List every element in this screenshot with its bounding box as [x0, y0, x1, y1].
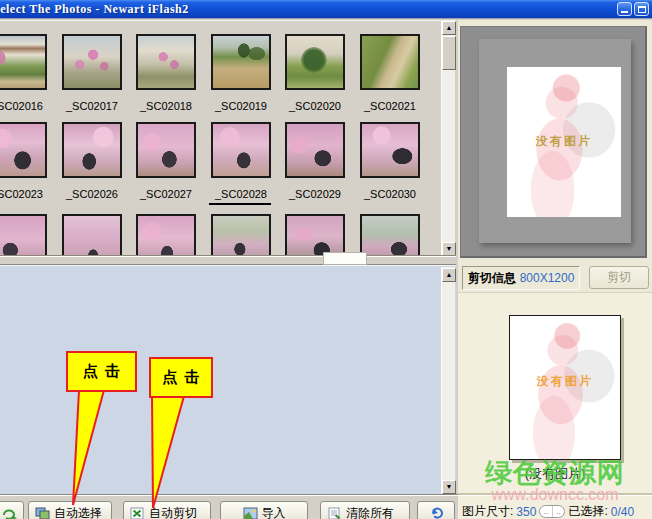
photo-thumbnail[interactable] — [136, 214, 196, 255]
clear-icon — [327, 507, 342, 519]
photo-image[interactable] — [360, 34, 420, 90]
photo-image[interactable] — [211, 34, 271, 90]
photo-image[interactable] — [211, 214, 271, 255]
no-image-text: 没有图片 — [510, 373, 620, 390]
import-label: 导入 — [262, 505, 286, 519]
no-image-text: 没有图片 — [507, 133, 621, 150]
photo-thumbnail[interactable]: _SC02016 — [0, 34, 47, 112]
photo-image[interactable] — [136, 122, 196, 178]
photo-image[interactable] — [136, 34, 196, 90]
photo-thumbnail[interactable]: _SC02018 — [136, 34, 196, 112]
clear-all-button[interactable]: 清除所有 — [320, 501, 410, 519]
photo-image[interactable] — [285, 34, 345, 90]
photo-thumbnail[interactable]: _SC02019 — [211, 34, 271, 112]
photo-thumbnail[interactable]: _SC02029 — [285, 122, 345, 200]
photo-thumbnail-selected[interactable]: _SC02028 — [211, 122, 271, 200]
grid-scrollbar[interactable]: ▲ ▼ — [441, 21, 455, 255]
image-size-label: 图片尺寸: — [462, 503, 513, 519]
photo-thumbnail[interactable]: _SC02020 — [285, 34, 345, 112]
status-row: 图片尺寸: 350 ‥‥ 已选择: 0/40 — [462, 503, 652, 519]
crop-button[interactable]: 剪切 — [589, 266, 649, 289]
photo-thumbnail[interactable]: _SC02026 — [62, 122, 122, 200]
maximize-button[interactable] — [634, 2, 649, 16]
crop-info-row: 剪切信息 800X1200 剪切 — [458, 264, 652, 292]
photo-grid: _SC02016 _SC02017 _SC02018 _SC02019 _SC0… — [0, 20, 456, 255]
photo-label: _SC02030 — [360, 188, 420, 200]
auto-select-button[interactable]: 自动选择 — [28, 501, 112, 519]
photo-label: _SC02029 — [285, 188, 345, 200]
photo-image[interactable] — [0, 122, 47, 178]
selected-label: 已选择: — [568, 503, 607, 519]
spinner-left[interactable]: ‥ — [540, 506, 553, 517]
bottom-preview-card: 没有图片 — [509, 315, 621, 460]
photo-stack-icon — [35, 507, 50, 519]
scroll-down-button[interactable]: ▼ — [442, 242, 456, 255]
size-spinner[interactable]: ‥‥ — [539, 505, 565, 518]
photo-thumbnail[interactable] — [62, 214, 122, 255]
maximize-icon — [638, 6, 646, 13]
top-preview-area: 没有图片 — [460, 26, 647, 258]
window-title: Select The Photos - Newart iFlash2 — [0, 2, 189, 17]
photo-image[interactable] — [62, 34, 122, 90]
scrollbar-thumb[interactable] — [442, 36, 456, 70]
photo-label: _SC02028 — [211, 188, 271, 200]
photo-label: _SC02026 — [62, 188, 122, 200]
top-preview-card: 没有图片 — [507, 67, 621, 217]
picture-icon — [243, 507, 258, 519]
minimize-button[interactable] — [617, 2, 632, 16]
image-size-value: 350 — [516, 505, 536, 519]
panel-scrollbar[interactable]: ▲ ▼ — [441, 267, 455, 495]
photo-thumbnail[interactable]: _SC02017 — [62, 34, 122, 112]
selected-count: 0/40 — [611, 505, 634, 519]
scroll-down-button[interactable]: ▼ — [442, 480, 456, 494]
photo-label: _SC02027 — [136, 188, 196, 200]
auto-crop-button[interactable]: 自动剪切 — [123, 501, 211, 519]
photo-thumbnail[interactable] — [360, 214, 420, 255]
clear-all-label: 清除所有 — [346, 505, 394, 519]
photo-image[interactable] — [0, 214, 47, 255]
photo-label: _SC02016 — [0, 100, 47, 112]
photo-image[interactable] — [211, 122, 271, 178]
photo-image[interactable] — [360, 214, 420, 255]
horizontal-splitter[interactable] — [0, 255, 456, 265]
import-button[interactable]: 导入 — [220, 501, 308, 519]
undo-arrow-icon — [428, 506, 444, 519]
photo-thumbnail[interactable]: _SC02021 — [360, 34, 420, 112]
scroll-up-button[interactable]: ▲ — [442, 268, 456, 282]
photo-label: _SC02020 — [285, 100, 345, 112]
photo-thumbnail[interactable] — [0, 214, 47, 255]
photo-thumbnail[interactable] — [211, 214, 271, 255]
photo-thumbnail[interactable]: _SC02030 — [360, 122, 420, 200]
photo-image[interactable] — [62, 122, 122, 178]
preview-caption: (没有图片) — [458, 465, 652, 483]
crop-info-box: 剪切信息 800X1200 — [462, 266, 580, 290]
photo-thumbnail[interactable]: _SC02023 — [0, 122, 47, 200]
preview-pane: 没有图片 剪切信息 800X1200 剪切 没有图片 (没有图片) 图片尺寸: … — [458, 20, 652, 519]
photo-label: _SC02018 — [136, 100, 196, 112]
photo-image[interactable] — [285, 214, 345, 255]
app-window: Select The Photos - Newart iFlash2 _SC02… — [0, 0, 652, 519]
photo-image[interactable] — [136, 214, 196, 255]
crop-size-value: 800X1200 — [520, 271, 575, 285]
photo-image[interactable] — [360, 122, 420, 178]
callout-click-1: 点击 — [66, 351, 137, 392]
photo-label: _SC02017 — [62, 100, 122, 112]
selection-underline — [209, 203, 271, 205]
photo-image[interactable] — [62, 214, 122, 255]
photo-thumbnail[interactable] — [285, 214, 345, 255]
prev-page-button[interactable] — [0, 501, 24, 519]
photo-label: _SC02023 — [0, 188, 47, 200]
crop-info-label: 剪切信息 — [468, 270, 516, 287]
photo-label: _SC02019 — [211, 100, 271, 112]
photo-image[interactable] — [0, 34, 47, 90]
auto-crop-label: 自动剪切 — [149, 505, 197, 519]
auto-select-label: 自动选择 — [54, 505, 102, 519]
photo-thumbnail[interactable]: _SC02027 — [136, 122, 196, 200]
minimize-icon — [621, 11, 628, 13]
callout-click-2: 点击 — [149, 357, 213, 398]
spinner-right[interactable]: ‥ — [553, 506, 565, 517]
scroll-up-button[interactable]: ▲ — [442, 21, 456, 35]
splitter-handle[interactable] — [323, 252, 367, 265]
photo-image[interactable] — [285, 122, 345, 178]
undo-button[interactable] — [417, 501, 455, 519]
